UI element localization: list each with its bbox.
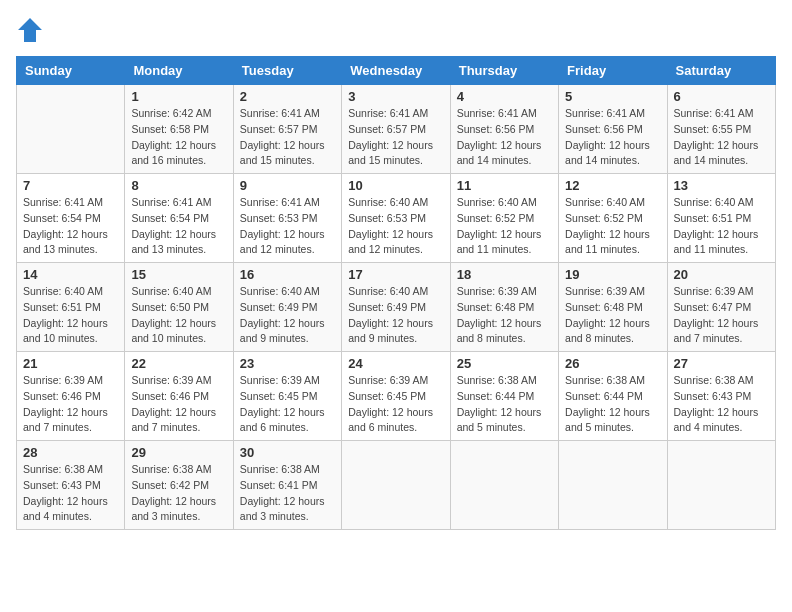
- day-number: 23: [240, 356, 335, 371]
- day-header-wednesday: Wednesday: [342, 57, 450, 85]
- day-info: Sunrise: 6:41 AMSunset: 6:57 PMDaylight:…: [348, 106, 443, 169]
- day-info: Sunrise: 6:39 AMSunset: 6:46 PMDaylight:…: [131, 373, 226, 436]
- day-number: 29: [131, 445, 226, 460]
- calendar-cell: 3Sunrise: 6:41 AMSunset: 6:57 PMDaylight…: [342, 85, 450, 174]
- calendar-cell: 19Sunrise: 6:39 AMSunset: 6:48 PMDayligh…: [559, 263, 667, 352]
- logo: [16, 16, 48, 44]
- day-header-friday: Friday: [559, 57, 667, 85]
- calendar-cell: 28Sunrise: 6:38 AMSunset: 6:43 PMDayligh…: [17, 441, 125, 530]
- day-info: Sunrise: 6:41 AMSunset: 6:54 PMDaylight:…: [131, 195, 226, 258]
- day-header-saturday: Saturday: [667, 57, 775, 85]
- day-info: Sunrise: 6:38 AMSunset: 6:44 PMDaylight:…: [457, 373, 552, 436]
- day-info: Sunrise: 6:38 AMSunset: 6:41 PMDaylight:…: [240, 462, 335, 525]
- day-number: 11: [457, 178, 552, 193]
- day-number: 30: [240, 445, 335, 460]
- calendar-cell: 8Sunrise: 6:41 AMSunset: 6:54 PMDaylight…: [125, 174, 233, 263]
- calendar-cell: 20Sunrise: 6:39 AMSunset: 6:47 PMDayligh…: [667, 263, 775, 352]
- page-header: [16, 16, 776, 44]
- calendar-cell: [17, 85, 125, 174]
- day-number: 12: [565, 178, 660, 193]
- day-info: Sunrise: 6:40 AMSunset: 6:49 PMDaylight:…: [240, 284, 335, 347]
- day-number: 5: [565, 89, 660, 104]
- calendar-cell: 15Sunrise: 6:40 AMSunset: 6:50 PMDayligh…: [125, 263, 233, 352]
- day-number: 28: [23, 445, 118, 460]
- calendar-cell: 27Sunrise: 6:38 AMSunset: 6:43 PMDayligh…: [667, 352, 775, 441]
- calendar-cell: 2Sunrise: 6:41 AMSunset: 6:57 PMDaylight…: [233, 85, 341, 174]
- day-number: 15: [131, 267, 226, 282]
- calendar-cell: 16Sunrise: 6:40 AMSunset: 6:49 PMDayligh…: [233, 263, 341, 352]
- day-header-tuesday: Tuesday: [233, 57, 341, 85]
- day-header-monday: Monday: [125, 57, 233, 85]
- day-number: 24: [348, 356, 443, 371]
- day-number: 1: [131, 89, 226, 104]
- day-info: Sunrise: 6:41 AMSunset: 6:54 PMDaylight:…: [23, 195, 118, 258]
- day-number: 18: [457, 267, 552, 282]
- day-number: 20: [674, 267, 769, 282]
- calendar-cell: 1Sunrise: 6:42 AMSunset: 6:58 PMDaylight…: [125, 85, 233, 174]
- day-info: Sunrise: 6:39 AMSunset: 6:46 PMDaylight:…: [23, 373, 118, 436]
- day-info: Sunrise: 6:41 AMSunset: 6:53 PMDaylight:…: [240, 195, 335, 258]
- day-number: 7: [23, 178, 118, 193]
- calendar-cell: 10Sunrise: 6:40 AMSunset: 6:53 PMDayligh…: [342, 174, 450, 263]
- calendar-cell: [667, 441, 775, 530]
- svg-marker-0: [18, 18, 42, 42]
- day-number: 22: [131, 356, 226, 371]
- calendar-cell: 11Sunrise: 6:40 AMSunset: 6:52 PMDayligh…: [450, 174, 558, 263]
- day-info: Sunrise: 6:38 AMSunset: 6:43 PMDaylight:…: [674, 373, 769, 436]
- day-number: 19: [565, 267, 660, 282]
- week-row-5: 28Sunrise: 6:38 AMSunset: 6:43 PMDayligh…: [17, 441, 776, 530]
- calendar-cell: 5Sunrise: 6:41 AMSunset: 6:56 PMDaylight…: [559, 85, 667, 174]
- day-info: Sunrise: 6:40 AMSunset: 6:51 PMDaylight:…: [674, 195, 769, 258]
- week-row-4: 21Sunrise: 6:39 AMSunset: 6:46 PMDayligh…: [17, 352, 776, 441]
- calendar-cell: 21Sunrise: 6:39 AMSunset: 6:46 PMDayligh…: [17, 352, 125, 441]
- day-info: Sunrise: 6:39 AMSunset: 6:48 PMDaylight:…: [457, 284, 552, 347]
- day-info: Sunrise: 6:41 AMSunset: 6:56 PMDaylight:…: [457, 106, 552, 169]
- day-number: 6: [674, 89, 769, 104]
- calendar-cell: [559, 441, 667, 530]
- day-info: Sunrise: 6:40 AMSunset: 6:52 PMDaylight:…: [457, 195, 552, 258]
- calendar-cell: 7Sunrise: 6:41 AMSunset: 6:54 PMDaylight…: [17, 174, 125, 263]
- day-number: 27: [674, 356, 769, 371]
- calendar-cell: 13Sunrise: 6:40 AMSunset: 6:51 PMDayligh…: [667, 174, 775, 263]
- calendar-table: SundayMondayTuesdayWednesdayThursdayFrid…: [16, 56, 776, 530]
- day-number: 4: [457, 89, 552, 104]
- calendar-cell: 24Sunrise: 6:39 AMSunset: 6:45 PMDayligh…: [342, 352, 450, 441]
- calendar-cell: 12Sunrise: 6:40 AMSunset: 6:52 PMDayligh…: [559, 174, 667, 263]
- day-info: Sunrise: 6:40 AMSunset: 6:50 PMDaylight:…: [131, 284, 226, 347]
- day-number: 13: [674, 178, 769, 193]
- day-info: Sunrise: 6:40 AMSunset: 6:52 PMDaylight:…: [565, 195, 660, 258]
- calendar-cell: [450, 441, 558, 530]
- day-number: 26: [565, 356, 660, 371]
- header-row: SundayMondayTuesdayWednesdayThursdayFrid…: [17, 57, 776, 85]
- day-info: Sunrise: 6:39 AMSunset: 6:48 PMDaylight:…: [565, 284, 660, 347]
- week-row-3: 14Sunrise: 6:40 AMSunset: 6:51 PMDayligh…: [17, 263, 776, 352]
- logo-icon: [16, 16, 44, 44]
- day-number: 9: [240, 178, 335, 193]
- calendar-cell: 6Sunrise: 6:41 AMSunset: 6:55 PMDaylight…: [667, 85, 775, 174]
- day-info: Sunrise: 6:39 AMSunset: 6:45 PMDaylight:…: [348, 373, 443, 436]
- calendar-cell: 25Sunrise: 6:38 AMSunset: 6:44 PMDayligh…: [450, 352, 558, 441]
- calendar-cell: 26Sunrise: 6:38 AMSunset: 6:44 PMDayligh…: [559, 352, 667, 441]
- day-number: 25: [457, 356, 552, 371]
- calendar-cell: 4Sunrise: 6:41 AMSunset: 6:56 PMDaylight…: [450, 85, 558, 174]
- day-info: Sunrise: 6:40 AMSunset: 6:51 PMDaylight:…: [23, 284, 118, 347]
- calendar-cell: 23Sunrise: 6:39 AMSunset: 6:45 PMDayligh…: [233, 352, 341, 441]
- day-number: 10: [348, 178, 443, 193]
- day-number: 14: [23, 267, 118, 282]
- day-number: 16: [240, 267, 335, 282]
- day-info: Sunrise: 6:41 AMSunset: 6:55 PMDaylight:…: [674, 106, 769, 169]
- day-info: Sunrise: 6:38 AMSunset: 6:43 PMDaylight:…: [23, 462, 118, 525]
- week-row-1: 1Sunrise: 6:42 AMSunset: 6:58 PMDaylight…: [17, 85, 776, 174]
- day-info: Sunrise: 6:42 AMSunset: 6:58 PMDaylight:…: [131, 106, 226, 169]
- calendar-cell: 30Sunrise: 6:38 AMSunset: 6:41 PMDayligh…: [233, 441, 341, 530]
- calendar-cell: 18Sunrise: 6:39 AMSunset: 6:48 PMDayligh…: [450, 263, 558, 352]
- calendar-cell: 14Sunrise: 6:40 AMSunset: 6:51 PMDayligh…: [17, 263, 125, 352]
- day-info: Sunrise: 6:41 AMSunset: 6:57 PMDaylight:…: [240, 106, 335, 169]
- day-info: Sunrise: 6:38 AMSunset: 6:44 PMDaylight:…: [565, 373, 660, 436]
- week-row-2: 7Sunrise: 6:41 AMSunset: 6:54 PMDaylight…: [17, 174, 776, 263]
- day-info: Sunrise: 6:40 AMSunset: 6:53 PMDaylight:…: [348, 195, 443, 258]
- day-number: 3: [348, 89, 443, 104]
- day-number: 2: [240, 89, 335, 104]
- day-header-sunday: Sunday: [17, 57, 125, 85]
- calendar-cell: 29Sunrise: 6:38 AMSunset: 6:42 PMDayligh…: [125, 441, 233, 530]
